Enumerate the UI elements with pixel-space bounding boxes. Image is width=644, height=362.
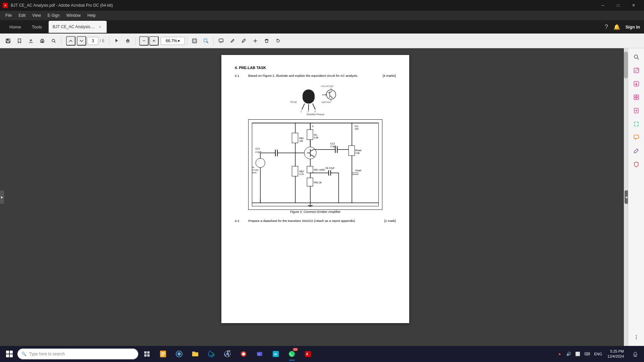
- task-41: 4.1 Based on Figure 2, illustrate and ex…: [235, 74, 396, 77]
- marquee-zoom-button[interactable]: [201, 36, 211, 46]
- delete-button[interactable]: [261, 36, 272, 46]
- find-button[interactable]: [48, 36, 59, 46]
- svg-point-57: [256, 158, 265, 168]
- circuit-diagram: Ic RC 3.9k RB1 10k: [248, 119, 382, 210]
- zoom-in-button[interactable]: +: [149, 36, 159, 46]
- pdf-content-area[interactable]: 4. PRE-LAB TASK 4.1 Based on Figure 2, i…: [0, 48, 644, 346]
- search-bar[interactable]: 🔍 Type here to search: [17, 349, 138, 359]
- keyboard-icon[interactable]: ⌨: [583, 350, 591, 358]
- taskbar-clock[interactable]: 5:25 PM 12/4/2024: [605, 349, 627, 359]
- save-button[interactable]: [3, 36, 13, 46]
- volume-icon[interactable]: 🔊: [565, 350, 573, 358]
- app-icon: A: [3, 3, 8, 8]
- tab-home[interactable]: Home: [4, 20, 26, 34]
- edit-pdf-button[interactable]: [630, 64, 642, 76]
- highlight-button[interactable]: [238, 36, 249, 46]
- menu-view[interactable]: View: [30, 12, 44, 19]
- svg-text:4.7k: 4.7k: [299, 173, 304, 175]
- right-panel-collapse[interactable]: ◀: [625, 190, 628, 204]
- upload-button[interactable]: [25, 36, 36, 46]
- menu-bar: File Edit View E-Sign Window Help: [0, 11, 644, 20]
- svg-rect-104: [634, 68, 639, 73]
- select-tool-button[interactable]: [111, 36, 122, 46]
- taskbar-app-cortana[interactable]: [172, 347, 186, 361]
- zoom-dropdown-icon: ▾: [178, 39, 180, 43]
- svg-rect-106: [634, 95, 636, 97]
- taskbar-app-teams[interactable]: T: [252, 347, 267, 361]
- svg-text:2: 2: [308, 110, 309, 113]
- notifications-icon[interactable]: [629, 347, 641, 361]
- export-button[interactable]: [630, 78, 642, 90]
- start-button[interactable]: [3, 347, 16, 361]
- svg-rect-86: [307, 166, 313, 173]
- comment-button[interactable]: [216, 36, 226, 46]
- organize-pages-button[interactable]: [630, 91, 642, 103]
- svg-rect-115: [144, 351, 147, 354]
- task-41-number: 4.1: [235, 74, 243, 77]
- create-pdf-button[interactable]: [630, 105, 642, 117]
- action-button[interactable]: [250, 36, 261, 46]
- svg-rect-74: [348, 145, 355, 156]
- svg-line-11: [302, 104, 305, 110]
- sidebar-toggle[interactable]: ▶: [0, 190, 4, 204]
- system-icons: 🔺 🔊 ⬜ ⌨: [556, 350, 591, 358]
- network-icon[interactable]: 🔺: [556, 350, 564, 358]
- page-down-button[interactable]: [77, 36, 86, 46]
- protect-button[interactable]: [630, 158, 642, 170]
- menu-file[interactable]: File: [3, 12, 14, 19]
- tab-document[interactable]: BJT CE_AC Analysis.... ×: [49, 21, 107, 33]
- battery-icon[interactable]: ⬜: [574, 350, 582, 358]
- menu-help[interactable]: Help: [85, 12, 99, 19]
- zoom-display[interactable]: 66.7% ▾: [161, 37, 185, 45]
- minimize-button[interactable]: ─: [595, 0, 610, 11]
- separator-2: [109, 37, 109, 45]
- svg-text:T: T: [258, 353, 260, 356]
- sign-in-button[interactable]: Sign In: [626, 24, 640, 29]
- scrollbar-thumb[interactable]: [624, 52, 628, 78]
- taskbar-app-whatsapp[interactable]: 11: [284, 347, 299, 361]
- tools-more-button[interactable]: [630, 331, 642, 343]
- search-panel-button[interactable]: [630, 51, 642, 63]
- pdf-page: 4. PRE-LAB TASK 4.1 Based on Figure 2, i…: [221, 55, 409, 323]
- print-button[interactable]: [37, 36, 48, 46]
- zoom-out-button[interactable]: −: [139, 36, 149, 46]
- language-indicator[interactable]: ENG: [594, 352, 602, 356]
- taskbar-app-chrome2[interactable]: [236, 347, 251, 361]
- taskbar-app-acrobat[interactable]: A: [301, 347, 315, 361]
- svg-rect-8: [219, 39, 223, 42]
- tab-tools[interactable]: Tools: [26, 20, 47, 34]
- bookmark-button[interactable]: [14, 36, 25, 46]
- svg-rect-107: [637, 95, 639, 97]
- taskbar-app-chrome[interactable]: [220, 347, 235, 361]
- taskbar-app-notes[interactable]: [156, 347, 170, 361]
- svg-rect-46: [292, 166, 298, 176]
- svg-point-17: [326, 90, 336, 99]
- taskbar-app-app7[interactable]: W: [268, 347, 283, 361]
- help-button[interactable]: ?: [605, 23, 608, 31]
- scan-button[interactable]: [630, 118, 642, 130]
- svg-rect-111: [634, 135, 639, 138]
- taskbar-app-edge[interactable]: [204, 347, 219, 361]
- menu-edit[interactable]: Edit: [16, 12, 28, 19]
- comment-panel-button[interactable]: [630, 131, 642, 143]
- page-number-input[interactable]: [88, 37, 98, 45]
- notifications-button[interactable]: 🔔: [613, 24, 620, 30]
- figure-caption: Figure 2: Common Emitter Amplifier: [290, 210, 340, 214]
- rotate-button[interactable]: [273, 36, 283, 46]
- taskbar-date-text: 12/4/2024: [607, 354, 624, 359]
- task-view-button[interactable]: [140, 347, 154, 361]
- svg-text:RB2: RB2: [299, 170, 304, 173]
- close-button[interactable]: ✕: [626, 0, 641, 11]
- fill-sign-button[interactable]: [630, 145, 642, 157]
- tab-close-button[interactable]: ×: [97, 24, 103, 29]
- maximize-button[interactable]: □: [610, 0, 626, 11]
- taskbar-app-explorer[interactable]: [188, 347, 203, 361]
- draw-button[interactable]: [227, 36, 238, 46]
- hand-tool-button[interactable]: [123, 36, 133, 46]
- svg-text:W: W: [274, 353, 277, 356]
- fit-page-button[interactable]: [189, 36, 200, 46]
- menu-esign[interactable]: E-Sign: [45, 12, 62, 19]
- page-up-button[interactable]: [66, 36, 75, 46]
- svg-text:3.9k: 3.9k: [355, 152, 360, 154]
- menu-window[interactable]: Window: [64, 12, 84, 19]
